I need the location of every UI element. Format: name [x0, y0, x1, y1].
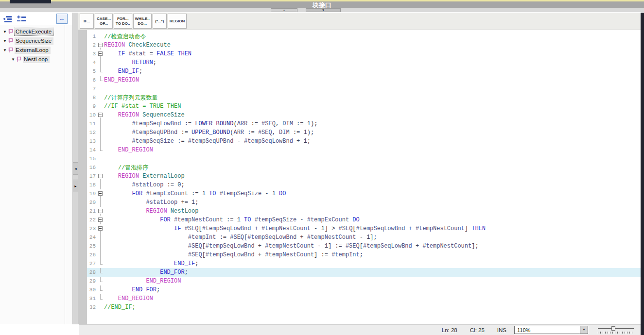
code-area[interactable]: 1//检查启动命令2REGION CheckExecute3 IF #stat … — [78, 30, 641, 324]
autofit-width-button[interactable]: ↔ — [56, 14, 68, 24]
expand-all-icon[interactable] — [17, 16, 26, 22]
sidebar-splitter[interactable]: ◄ ► — [73, 13, 78, 324]
snippet-toolbar: IF...CASE...OF...FOR...TO DO..WHILE..DO.… — [78, 13, 641, 30]
tree-item-nestloop[interactable]: ▼NestLoop — [0, 55, 72, 64]
collapse-all-icon[interactable] — [3, 16, 12, 22]
code-line-25[interactable]: 25 #SEQ[#tempSeqLowBnd + #tempNestCount … — [87, 242, 641, 251]
region-icon — [8, 46, 13, 55]
code-line-8[interactable]: 8//计算序列元素数量 — [87, 93, 641, 102]
interface-collapse-button[interactable]: ▼ — [306, 8, 341, 12]
tree-expander-icon[interactable]: ▼ — [2, 39, 8, 43]
line-number: 11 — [87, 121, 98, 127]
fold-guide — [98, 146, 104, 154]
line-number: 19 — [87, 191, 98, 197]
code-line-19[interactable]: 19 FOR #tempExCount := 1 TO #tempSeqSize… — [87, 189, 641, 198]
code-line-21[interactable]: 21 REGION NestLoop — [87, 207, 641, 216]
line-number: 10 — [87, 112, 98, 118]
code-line-2[interactable]: 2REGION CheckExecute — [87, 41, 641, 50]
fold-guide — [98, 294, 104, 303]
code-text: REGION SequenceSize — [104, 112, 185, 118]
line-number: 4 — [87, 60, 98, 66]
line-number: 27 — [87, 261, 98, 267]
collapse-box-icon[interactable] — [98, 174, 103, 178]
fold-toggle-icon[interactable] — [98, 189, 104, 198]
code-text: END_REGION — [104, 295, 153, 302]
line-number: 20 — [87, 200, 98, 205]
code-line-23[interactable]: 23 IF #SEQ[#tempSeqLowBnd + #tempNestCou… — [87, 224, 641, 233]
code-line-20[interactable]: 20 #statLoop += 1; — [87, 198, 641, 207]
collapse-box-icon[interactable] — [98, 51, 103, 56]
splitter-collapse-left-button[interactable]: ◄ — [73, 162, 78, 175]
code-line-27[interactable]: 27 END_IF; — [87, 259, 641, 268]
code-text: #tempInt := #SEQ[#tempSeqLowBnd + #tempN… — [104, 234, 377, 241]
collapse-box-icon[interactable] — [98, 43, 103, 47]
fold-toggle-icon[interactable] — [98, 216, 104, 224]
code-line-32[interactable]: 32//END_IF; — [87, 303, 641, 312]
code-line-26[interactable]: 26 #SEQ[#tempSeqLowBnd + #tempNestCount]… — [87, 251, 641, 259]
code-line-12[interactable]: 12 #tempSeqUPBnd := UPPER_BOUND(ARR := #… — [87, 128, 641, 137]
fold-guide — [98, 259, 104, 268]
zoom-select[interactable]: 110% ▼ — [514, 326, 588, 334]
snippet-button-[interactable]: (*...*) — [153, 14, 167, 29]
code-text: #SEQ[#tempSeqLowBnd + #tempNestCount] :=… — [104, 251, 363, 258]
code-line-10[interactable]: 10 REGION SequenceSize — [87, 111, 641, 119]
snippet-button-for[interactable]: FOR...TO DO.. — [114, 14, 132, 29]
collapse-box-icon[interactable] — [98, 226, 103, 231]
fold-toggle-icon[interactable] — [98, 111, 104, 119]
code-line-7[interactable]: 7 — [87, 84, 641, 93]
snippet-button-while[interactable]: WHILE..DO... — [133, 14, 152, 29]
code-line-6[interactable]: 6END_REGION — [87, 76, 641, 84]
fold-toggle-icon[interactable] — [98, 207, 104, 216]
fold-toggle-icon[interactable] — [98, 224, 104, 233]
tree-item-externalloop[interactable]: ▼ExternalLoop — [0, 46, 72, 55]
code-line-16[interactable]: 16 //冒泡排序 — [87, 163, 641, 172]
code-line-18[interactable]: 18 #statLoop := 0; — [87, 181, 641, 189]
line-number: 1 — [87, 34, 98, 39]
code-line-3[interactable]: 3 IF #stat = FALSE THEN — [87, 50, 641, 58]
region-tree: ▼CheckExecute▼SequenceSize▼ExternalLoop▼… — [0, 25, 72, 64]
tree-expander-icon[interactable]: ▼ — [2, 48, 8, 52]
zoom-slider-thumb[interactable] — [611, 326, 615, 331]
code-line-22[interactable]: 22 FOR #tempNestCount := 1 TO #tempSeqSi… — [87, 216, 641, 224]
code-line-30[interactable]: 30 END_FOR; — [87, 285, 641, 294]
code-line-15[interactable]: 15 — [87, 154, 641, 163]
snippet-button-region[interactable]: REGION — [168, 14, 187, 29]
splitter-collapse-right-button[interactable]: ► — [73, 180, 78, 192]
code-line-29[interactable]: 29 END_REGION — [87, 277, 641, 285]
code-line-5[interactable]: 5 END_IF; — [87, 67, 641, 76]
region-icon — [8, 37, 13, 46]
line-number: 3 — [87, 51, 98, 57]
fold-toggle-icon[interactable] — [98, 50, 104, 58]
code-line-13[interactable]: 13 #tempSeqSize := #tempSeqUPBnd - #temp… — [87, 137, 641, 146]
code-line-14[interactable]: 14 END_REGION — [87, 146, 641, 154]
tree-item-sequencesize[interactable]: ▼SequenceSize — [0, 36, 72, 46]
collapse-box-icon[interactable] — [98, 113, 103, 117]
collapse-box-icon[interactable] — [98, 191, 103, 196]
collapse-box-icon[interactable] — [98, 218, 103, 222]
tree-item-checkexecute[interactable]: ▼CheckExecute — [0, 27, 72, 36]
code-line-28[interactable]: 28 END_FOR; — [87, 268, 641, 277]
code-line-4[interactable]: 4 RETURN; — [87, 58, 641, 67]
tree-expander-icon[interactable]: ▼ — [2, 30, 8, 34]
code-line-9[interactable]: 9//IF #stat = TRUE THEN — [87, 102, 641, 111]
block-interface-title: 块接口 — [313, 1, 331, 8]
interface-expand-button[interactable]: ▲ — [271, 8, 297, 12]
code-line-1[interactable]: 1//检查启动命令 — [87, 32, 641, 41]
zoom-slider[interactable] — [598, 326, 634, 334]
code-line-11[interactable]: 11 #tempSeqLowBnd := LOWER_BOUND(ARR := … — [87, 119, 641, 128]
snippet-button-if[interactable]: IF... — [80, 14, 94, 29]
code-line-24[interactable]: 24 #tempInt := #SEQ[#tempSeqLowBnd + #te… — [87, 233, 641, 242]
tree-expander-icon[interactable]: ▼ — [10, 57, 16, 62]
line-number: 22 — [87, 217, 98, 223]
code-text: RETURN; — [104, 59, 157, 66]
collapse-box-icon[interactable] — [98, 209, 103, 213]
code-line-31[interactable]: 31 END_REGION — [87, 294, 641, 303]
code-line-17[interactable]: 17 REGION ExternalLoop — [87, 172, 641, 181]
snippet-button-case[interactable]: CASE...OF... — [95, 14, 113, 29]
sidebar-toolbar: ↔ — [0, 13, 72, 25]
fold-toggle-icon[interactable] — [98, 41, 104, 50]
dropdown-arrow-icon[interactable]: ▼ — [580, 326, 588, 334]
fold-toggle-icon[interactable] — [98, 172, 104, 181]
fold-guide — [98, 137, 104, 146]
fold-guide — [98, 102, 104, 111]
